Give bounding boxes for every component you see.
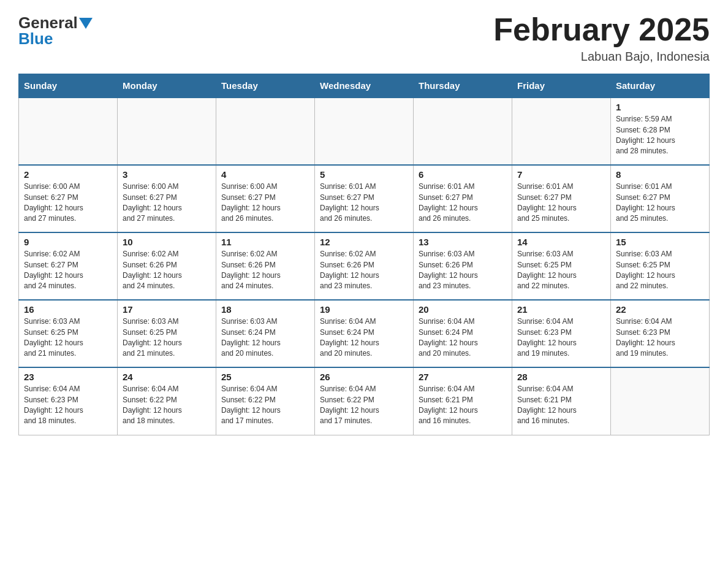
calendar-cell: 24Sunrise: 6:04 AM Sunset: 6:22 PM Dayli…	[118, 367, 216, 435]
day-info: Sunrise: 6:00 AM Sunset: 6:27 PM Dayligh…	[221, 182, 309, 224]
week-row-0: 1Sunrise: 5:59 AM Sunset: 6:28 PM Daylig…	[19, 98, 710, 165]
day-number: 15	[616, 237, 704, 247]
day-info: Sunrise: 5:59 AM Sunset: 6:28 PM Dayligh…	[616, 114, 704, 157]
calendar-cell: 3Sunrise: 6:00 AM Sunset: 6:27 PM Daylig…	[118, 165, 216, 232]
day-number: 28	[517, 372, 605, 382]
day-number: 16	[24, 304, 112, 315]
col-saturday: Saturday	[611, 74, 710, 98]
day-info: Sunrise: 6:02 AM Sunset: 6:26 PM Dayligh…	[123, 249, 211, 292]
day-info: Sunrise: 6:04 AM Sunset: 6:22 PM Dayligh…	[123, 384, 211, 427]
day-number: 13	[419, 237, 507, 247]
col-monday: Monday	[118, 74, 216, 98]
calendar-cell: 23Sunrise: 6:04 AM Sunset: 6:23 PM Dayli…	[19, 367, 118, 435]
logo: General Blue	[18, 12, 93, 47]
day-info: Sunrise: 6:04 AM Sunset: 6:24 PM Dayligh…	[419, 316, 507, 359]
day-info: Sunrise: 6:01 AM Sunset: 6:27 PM Dayligh…	[616, 182, 704, 224]
day-info: Sunrise: 6:03 AM Sunset: 6:24 PM Dayligh…	[221, 316, 309, 359]
col-sunday: Sunday	[19, 74, 118, 98]
day-number: 18	[221, 304, 309, 315]
day-info: Sunrise: 6:02 AM Sunset: 6:27 PM Dayligh…	[24, 249, 112, 292]
day-number: 3	[123, 169, 211, 180]
day-number: 2	[24, 169, 112, 180]
day-info: Sunrise: 6:04 AM Sunset: 6:22 PM Dayligh…	[320, 384, 408, 427]
header: General Blue February 2025 Labuan Bajo, …	[18, 12, 710, 64]
calendar-cell: 18Sunrise: 6:03 AM Sunset: 6:24 PM Dayli…	[216, 300, 315, 367]
calendar-cell: 28Sunrise: 6:04 AM Sunset: 6:21 PM Dayli…	[512, 367, 611, 435]
day-number: 22	[616, 304, 704, 315]
calendar-cell: 16Sunrise: 6:03 AM Sunset: 6:25 PM Dayli…	[19, 300, 118, 367]
logo-blue-text: Blue	[18, 31, 53, 47]
logo-general-text: General	[18, 15, 78, 31]
calendar-cell: 10Sunrise: 6:02 AM Sunset: 6:26 PM Dayli…	[118, 232, 216, 300]
col-wednesday: Wednesday	[315, 74, 414, 98]
calendar-cell: 6Sunrise: 6:01 AM Sunset: 6:27 PM Daylig…	[414, 165, 512, 232]
title-area: February 2025 Labuan Bajo, Indonesia	[493, 12, 710, 64]
day-number: 21	[517, 304, 605, 315]
day-number: 14	[517, 237, 605, 247]
calendar-cell	[118, 98, 216, 165]
calendar-table: Sunday Monday Tuesday Wednesday Thursday…	[18, 74, 710, 435]
calendar-cell: 17Sunrise: 6:03 AM Sunset: 6:25 PM Dayli…	[118, 300, 216, 367]
day-number: 10	[123, 237, 211, 247]
day-number: 19	[320, 304, 408, 315]
calendar-cell: 22Sunrise: 6:04 AM Sunset: 6:23 PM Dayli…	[611, 300, 710, 367]
calendar-cell	[414, 98, 512, 165]
day-info: Sunrise: 6:03 AM Sunset: 6:25 PM Dayligh…	[616, 249, 704, 292]
calendar-cell	[19, 98, 118, 165]
calendar-cell: 21Sunrise: 6:04 AM Sunset: 6:23 PM Dayli…	[512, 300, 611, 367]
calendar-cell: 5Sunrise: 6:01 AM Sunset: 6:27 PM Daylig…	[315, 165, 414, 232]
calendar-cell: 25Sunrise: 6:04 AM Sunset: 6:22 PM Dayli…	[216, 367, 315, 435]
day-number: 5	[320, 169, 408, 180]
calendar-cell: 4Sunrise: 6:00 AM Sunset: 6:27 PM Daylig…	[216, 165, 315, 232]
week-row-3: 16Sunrise: 6:03 AM Sunset: 6:25 PM Dayli…	[19, 300, 710, 367]
calendar-cell: 2Sunrise: 6:00 AM Sunset: 6:27 PM Daylig…	[19, 165, 118, 232]
calendar-cell: 27Sunrise: 6:04 AM Sunset: 6:21 PM Dayli…	[414, 367, 512, 435]
day-number: 11	[221, 237, 309, 247]
calendar-cell	[611, 367, 710, 435]
calendar-cell: 1Sunrise: 5:59 AM Sunset: 6:28 PM Daylig…	[611, 98, 710, 165]
day-number: 9	[24, 237, 112, 247]
week-row-4: 23Sunrise: 6:04 AM Sunset: 6:23 PM Dayli…	[19, 367, 710, 435]
week-row-1: 2Sunrise: 6:00 AM Sunset: 6:27 PM Daylig…	[19, 165, 710, 232]
calendar-cell: 9Sunrise: 6:02 AM Sunset: 6:27 PM Daylig…	[19, 232, 118, 300]
col-tuesday: Tuesday	[216, 74, 315, 98]
day-info: Sunrise: 6:02 AM Sunset: 6:26 PM Dayligh…	[320, 249, 408, 292]
calendar-cell: 7Sunrise: 6:01 AM Sunset: 6:27 PM Daylig…	[512, 165, 611, 232]
day-info: Sunrise: 6:01 AM Sunset: 6:27 PM Dayligh…	[517, 182, 605, 224]
day-info: Sunrise: 6:01 AM Sunset: 6:27 PM Dayligh…	[320, 182, 408, 224]
day-number: 25	[221, 372, 309, 382]
col-thursday: Thursday	[414, 74, 512, 98]
day-info: Sunrise: 6:04 AM Sunset: 6:23 PM Dayligh…	[24, 384, 112, 427]
location-title: Labuan Bajo, Indonesia	[493, 50, 710, 64]
day-number: 6	[419, 169, 507, 180]
day-number: 8	[616, 169, 704, 180]
calendar-cell: 13Sunrise: 6:03 AM Sunset: 6:26 PM Dayli…	[414, 232, 512, 300]
month-title: February 2025	[493, 12, 710, 47]
calendar-cell: 14Sunrise: 6:03 AM Sunset: 6:25 PM Dayli…	[512, 232, 611, 300]
day-number: 12	[320, 237, 408, 247]
day-info: Sunrise: 6:03 AM Sunset: 6:26 PM Dayligh…	[419, 249, 507, 292]
calendar-cell: 19Sunrise: 6:04 AM Sunset: 6:24 PM Dayli…	[315, 300, 414, 367]
header-row: Sunday Monday Tuesday Wednesday Thursday…	[19, 74, 710, 98]
day-info: Sunrise: 6:03 AM Sunset: 6:25 PM Dayligh…	[123, 316, 211, 359]
day-info: Sunrise: 6:04 AM Sunset: 6:23 PM Dayligh…	[616, 316, 704, 359]
col-friday: Friday	[512, 74, 611, 98]
day-info: Sunrise: 6:04 AM Sunset: 6:21 PM Dayligh…	[517, 384, 605, 427]
day-info: Sunrise: 6:03 AM Sunset: 6:25 PM Dayligh…	[517, 249, 605, 292]
day-info: Sunrise: 6:00 AM Sunset: 6:27 PM Dayligh…	[24, 182, 112, 224]
calendar-cell: 12Sunrise: 6:02 AM Sunset: 6:26 PM Dayli…	[315, 232, 414, 300]
calendar-cell: 11Sunrise: 6:02 AM Sunset: 6:26 PM Dayli…	[216, 232, 315, 300]
calendar-cell: 15Sunrise: 6:03 AM Sunset: 6:25 PM Dayli…	[611, 232, 710, 300]
day-info: Sunrise: 6:00 AM Sunset: 6:27 PM Dayligh…	[123, 182, 211, 224]
day-number: 4	[221, 169, 309, 180]
calendar-cell: 26Sunrise: 6:04 AM Sunset: 6:22 PM Dayli…	[315, 367, 414, 435]
day-number: 1	[616, 102, 704, 112]
day-number: 26	[320, 372, 408, 382]
day-info: Sunrise: 6:04 AM Sunset: 6:21 PM Dayligh…	[419, 384, 507, 427]
logo-triangle-icon	[79, 18, 93, 29]
svg-marker-0	[79, 18, 93, 29]
day-info: Sunrise: 6:04 AM Sunset: 6:24 PM Dayligh…	[320, 316, 408, 359]
day-info: Sunrise: 6:03 AM Sunset: 6:25 PM Dayligh…	[24, 316, 112, 359]
day-number: 7	[517, 169, 605, 180]
day-number: 17	[123, 304, 211, 315]
